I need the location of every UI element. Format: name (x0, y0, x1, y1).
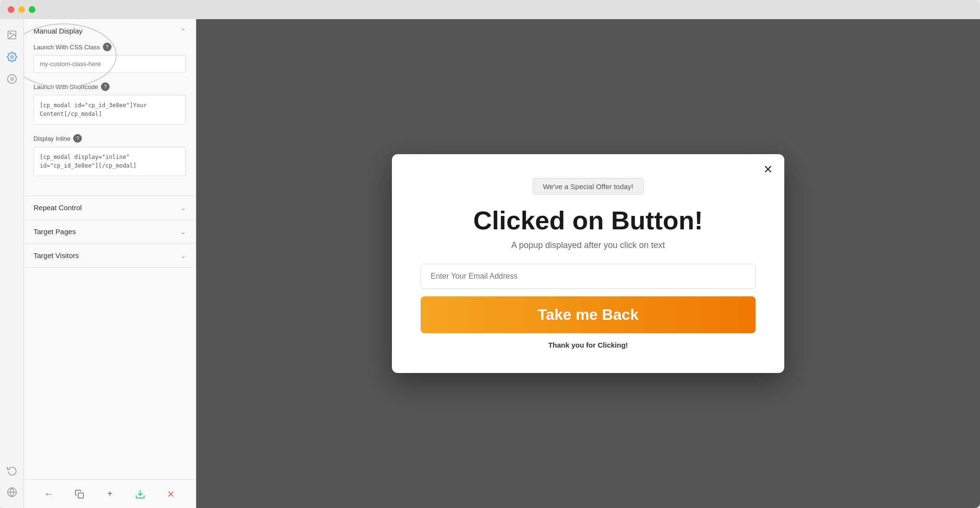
sidebar: Manual Display ⌃ Launch With CSS Class ? (24, 19, 196, 508)
popup-modal: ✕ We've a Special Offer today! Clicked o… (392, 154, 784, 373)
target-pages-title: Target Pages (33, 227, 76, 236)
close-button[interactable] (8, 6, 14, 13)
popup-subtitle: A popup displayed after you click on tex… (421, 240, 756, 250)
target-pages-section: Target Pages ⌄ (24, 220, 196, 244)
delete-button[interactable] (162, 485, 179, 503)
window-body: Manual Display ⌃ Launch With CSS Class ? (0, 19, 980, 508)
popup-footer-text: Thank you for Clicking! (421, 341, 756, 349)
app-window: Manual Display ⌃ Launch With CSS Class ? (0, 0, 980, 508)
repeat-control-title: Repeat Control (33, 203, 82, 212)
display-inline-help-icon[interactable]: ? (73, 134, 82, 143)
chevron-up-icon: ⌃ (180, 27, 186, 35)
css-class-help-icon[interactable]: ? (103, 43, 111, 51)
css-class-field-group: Launch With CSS Class ? (33, 43, 186, 73)
history-icon[interactable] (6, 464, 18, 476)
repeat-control-header[interactable]: Repeat Control ⌄ (24, 196, 196, 219)
email-input[interactable] (421, 264, 756, 289)
maximize-button[interactable] (29, 6, 35, 13)
duplicate-button[interactable] (71, 485, 88, 503)
save-button[interactable] (132, 485, 149, 503)
svg-point-1 (10, 33, 11, 34)
image-icon[interactable] (6, 29, 18, 41)
display-inline-code[interactable]: [cp_modal display="inline" id="cp_id_3e8… (33, 147, 186, 176)
target-visitors-title: Target Visitors (33, 251, 79, 260)
svg-point-2 (11, 56, 13, 58)
display-inline-label: Display Inline ? (33, 134, 186, 143)
target-visitors-header[interactable]: Target Visitors ⌄ (24, 244, 196, 267)
cta-button[interactable]: Take me Back (421, 296, 756, 333)
svg-point-3 (7, 75, 16, 83)
shortcode-help-icon[interactable]: ? (101, 82, 110, 91)
repeat-control-section: Repeat Control ⌄ (24, 196, 196, 220)
target-icon[interactable] (6, 73, 18, 85)
manual-display-header[interactable]: Manual Display ⌃ (24, 19, 196, 43)
target-pages-chevron: ⌄ (180, 228, 186, 236)
css-class-input[interactable] (33, 55, 186, 73)
shortcode-label: Launch With Shortcode ? (33, 82, 186, 91)
icon-strip (0, 19, 24, 508)
popup-close-button[interactable]: ✕ (763, 164, 773, 175)
target-pages-header[interactable]: Target Pages ⌄ (24, 220, 196, 243)
add-button[interactable]: + (101, 485, 118, 503)
shortcode-code[interactable]: [cp_modal id="cp_id_3e8ee"]Your Content[… (33, 95, 186, 124)
minimize-button[interactable] (18, 6, 25, 13)
svg-rect-7 (78, 493, 83, 498)
back-button[interactable]: ← (40, 485, 57, 503)
target-visitors-section: Target Visitors ⌄ (24, 244, 196, 268)
manual-display-content: Launch With CSS Class ? Launch With Shor… (24, 43, 196, 195)
popup-badge: We've a Special Offer today! (533, 178, 643, 195)
sidebar-toolbar: ← + (24, 479, 196, 508)
repeat-control-chevron: ⌄ (180, 204, 186, 212)
manual-display-section: Manual Display ⌃ Launch With CSS Class ? (24, 19, 196, 196)
shortcode-field-group: Launch With Shortcode ? [cp_modal id="cp… (33, 82, 186, 124)
display-inline-field-group: Display Inline ? [cp_modal display="inli… (33, 134, 186, 176)
titlebar (0, 0, 980, 19)
gear-icon[interactable] (6, 51, 18, 63)
manual-display-title: Manual Display (33, 27, 83, 35)
popup-title: Clicked on Button! (421, 206, 756, 235)
globe-icon[interactable] (6, 486, 18, 498)
target-visitors-chevron: ⌄ (180, 252, 186, 260)
svg-point-4 (11, 78, 13, 80)
main-preview: ✕ We've a Special Offer today! Clicked o… (196, 19, 980, 508)
css-class-label: Launch With CSS Class ? (33, 43, 186, 51)
